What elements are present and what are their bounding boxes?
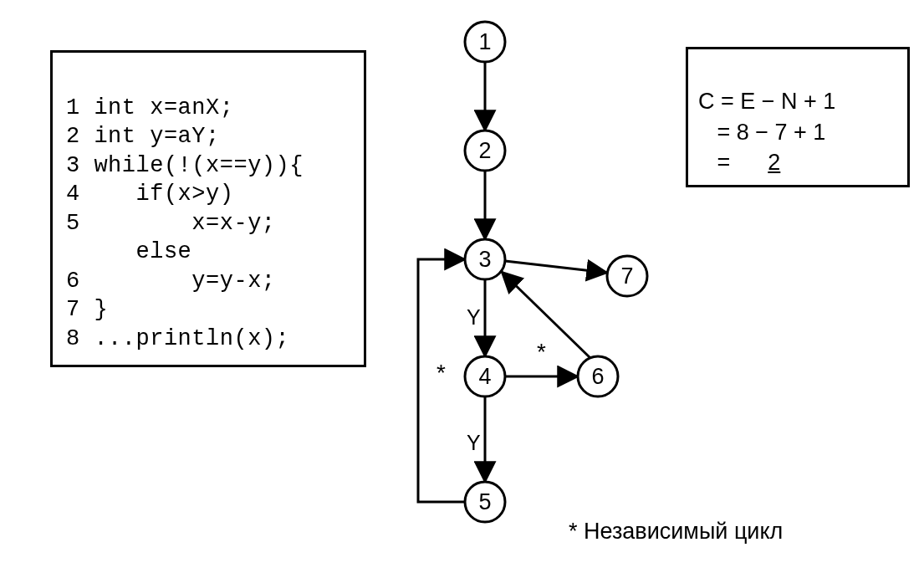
label-4-5: Y — [467, 431, 481, 454]
edge-3-7 — [505, 261, 607, 273]
code-line-8: 7 } — [66, 297, 108, 322]
code-line-5: 5 x=x-y; — [66, 211, 276, 236]
code-line-7: 6 y=y-x; — [66, 269, 276, 294]
label-4-6: * — [537, 339, 546, 365]
node-7: 7 — [607, 256, 647, 296]
code-line-9: 8 ...println(x); — [66, 326, 289, 351]
code-line-1: 1 int x=anX; — [66, 95, 233, 120]
edge-6-3 — [502, 272, 590, 358]
node-6: 6 — [578, 356, 618, 396]
code-line-4: 4 if(x>y) — [66, 182, 233, 207]
svg-text:4: 4 — [478, 364, 491, 389]
svg-text:1: 1 — [478, 29, 491, 54]
code-line-2: 2 int y=aY; — [66, 124, 220, 149]
node-2: 2 — [465, 130, 505, 171]
code-line-3: 3 while(!(x==y)){ — [66, 153, 304, 178]
node-5: 5 — [465, 482, 505, 522]
node-1: 1 — [465, 22, 505, 62]
control-flow-graph: 1 2 3 4 5 6 7 Y Y * * — [360, 8, 744, 567]
formula-result: 2 — [768, 150, 780, 175]
label-3-4: Y — [467, 305, 481, 329]
code-listing: 1 int x=anX; 2 int y=aY; 3 while(!(x==y)… — [50, 50, 366, 367]
svg-text:5: 5 — [478, 489, 491, 514]
label-5-3: * — [436, 360, 446, 386]
node-4: 4 — [465, 356, 505, 396]
node-3: 3 — [465, 239, 505, 279]
svg-text:6: 6 — [591, 364, 604, 389]
code-line-6: else — [66, 239, 191, 264]
svg-text:2: 2 — [478, 138, 491, 163]
svg-text:7: 7 — [620, 263, 633, 289]
svg-text:3: 3 — [478, 247, 491, 272]
footnote-independent-cycle: * Независимый цикл — [569, 519, 783, 545]
